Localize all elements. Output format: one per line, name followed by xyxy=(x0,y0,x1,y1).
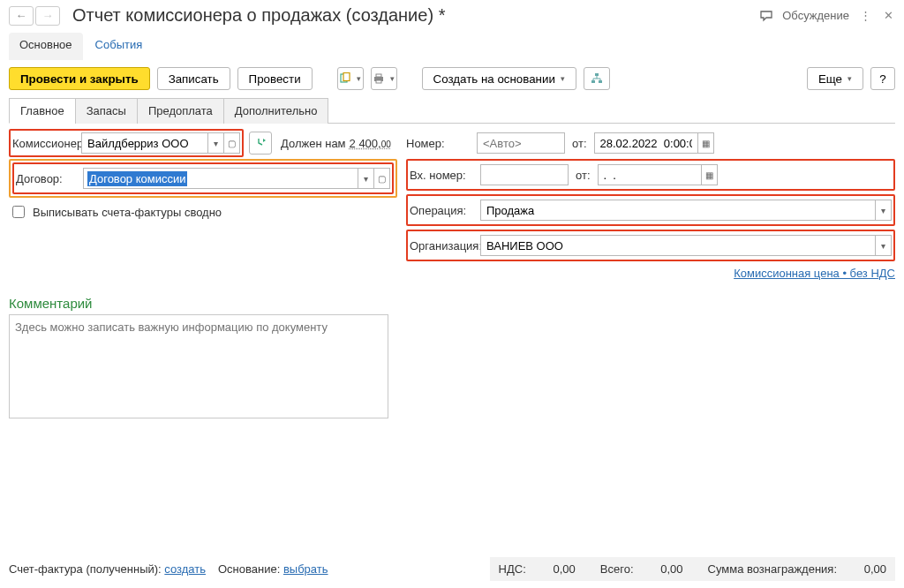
price-type-link[interactable]: Комиссионная цена • без НДС xyxy=(734,267,895,280)
total-label: Всего: xyxy=(600,562,634,576)
in-number-label: Вх. номер: xyxy=(410,169,480,182)
commissioner-open-button[interactable]: ▢ xyxy=(224,132,240,154)
invoice-create-link[interactable]: создать xyxy=(164,562,206,576)
chevron-down-icon: ▾ xyxy=(881,206,885,215)
svg-rect-5 xyxy=(595,73,599,76)
operation-dropdown-button[interactable]: ▾ xyxy=(876,200,892,221)
bulk-invoice-checkbox[interactable] xyxy=(12,206,25,218)
debt-frac[interactable]: 00 xyxy=(381,139,391,149)
contract-value: Договор комиссии xyxy=(87,171,187,186)
from-label: от: xyxy=(572,137,587,150)
number-input[interactable] xyxy=(477,132,565,154)
print-dropdown-button[interactable]: ▾ xyxy=(371,67,397,90)
arrow-left-icon: ← xyxy=(16,9,27,22)
more-label: Еще xyxy=(818,72,842,86)
discuss-link[interactable]: Обсуждение xyxy=(782,9,849,22)
help-button[interactable]: ? xyxy=(870,67,895,90)
open-icon: ▢ xyxy=(378,174,386,184)
nav-back-button[interactable]: ← xyxy=(9,6,34,26)
operation-value[interactable] xyxy=(485,203,871,218)
create-based-button[interactable]: Создать на основании ▾ xyxy=(422,67,576,90)
print-icon xyxy=(373,72,385,85)
chevron-down-icon: ▾ xyxy=(357,74,361,83)
nds-value: 0,00 xyxy=(526,562,576,576)
debt-label: Должен нам xyxy=(281,137,346,150)
svg-rect-1 xyxy=(343,73,350,81)
section-tab-events[interactable]: События xyxy=(85,33,154,60)
commissioner-input[interactable] xyxy=(81,132,208,154)
refresh-icon xyxy=(254,137,267,149)
in-number-value[interactable] xyxy=(485,168,564,183)
structure-button[interactable] xyxy=(584,67,610,90)
debt-value[interactable]: 2 400, xyxy=(350,137,381,150)
page-title: Отчет комиссионера о продажах (создание)… xyxy=(72,5,759,26)
contract-label: Договор: xyxy=(16,172,83,185)
org-select[interactable] xyxy=(480,235,876,256)
commissioner-value[interactable] xyxy=(86,136,204,151)
nds-label: НДС: xyxy=(499,562,526,576)
bulk-invoice-label: Выписывать счета-фактуры сводно xyxy=(33,206,222,219)
comment-header: Комментарий xyxy=(9,296,895,311)
refresh-debt-button[interactable] xyxy=(249,132,272,155)
in-from-label: от: xyxy=(576,169,591,182)
kebab-icon[interactable]: ⋮ xyxy=(858,9,872,23)
structure-icon xyxy=(591,72,603,85)
post-and-close-button[interactable]: Провести и закрыть xyxy=(9,67,150,90)
in-number-input[interactable] xyxy=(480,164,569,185)
commissioner-label: Комиссионер: xyxy=(12,137,81,150)
chevron-down-icon: ▾ xyxy=(561,74,565,83)
calendar-icon: ▦ xyxy=(705,170,713,180)
tab-extra[interactable]: Дополнительно xyxy=(223,98,329,124)
number-label: Номер: xyxy=(406,137,477,150)
date-picker-button[interactable]: ▦ xyxy=(698,132,714,154)
basis-select-link[interactable]: выбрать xyxy=(283,562,328,576)
more-button[interactable]: Еще ▾ xyxy=(807,67,863,90)
date-input[interactable] xyxy=(594,132,698,154)
chevron-down-icon: ▾ xyxy=(364,174,368,184)
fee-label: Сумма вознаграждения: xyxy=(708,562,837,576)
discuss-icon[interactable] xyxy=(759,9,773,23)
tab-main[interactable]: Главное xyxy=(9,98,76,124)
chevron-down-icon: ▾ xyxy=(390,74,395,83)
contract-dropdown-button[interactable]: ▾ xyxy=(358,168,374,189)
chevron-down-icon: ▾ xyxy=(848,74,852,83)
contract-input[interactable]: Договор комиссии xyxy=(83,168,358,189)
org-label: Организация: xyxy=(410,239,480,253)
comment-textarea[interactable] xyxy=(9,314,388,418)
org-value[interactable] xyxy=(485,238,871,253)
commissioner-dropdown-button[interactable]: ▾ xyxy=(208,132,224,154)
create-based-label: Создать на основании xyxy=(433,72,555,86)
org-dropdown-button[interactable]: ▾ xyxy=(876,235,892,256)
arrow-right-icon: → xyxy=(42,9,54,22)
post-button[interactable]: Провести xyxy=(237,67,313,90)
totals-bar: НДС:0,00 Всего:0,00 Сумма вознаграждения… xyxy=(490,557,895,581)
chevron-down-icon: ▾ xyxy=(881,241,885,251)
invoice-label: Счет-фактура (полученный): xyxy=(9,562,162,576)
copy-icon xyxy=(339,72,351,85)
calendar-icon: ▦ xyxy=(702,139,710,148)
section-tab-main[interactable]: Основное xyxy=(9,33,83,60)
basis-label: Основание: xyxy=(218,562,280,576)
in-date-input[interactable] xyxy=(598,164,702,185)
total-value: 0,00 xyxy=(634,562,683,576)
save-button[interactable]: Записать xyxy=(157,67,230,90)
svg-rect-6 xyxy=(591,80,595,83)
contract-open-button[interactable]: ▢ xyxy=(374,168,390,189)
date-value[interactable] xyxy=(599,136,694,151)
tab-prepay[interactable]: Предоплата xyxy=(137,98,224,124)
nav-forward-button[interactable]: → xyxy=(35,6,60,26)
operation-select[interactable] xyxy=(480,200,876,221)
number-value[interactable] xyxy=(481,136,561,151)
svg-rect-3 xyxy=(376,74,381,77)
svg-rect-7 xyxy=(599,80,602,83)
fee-value: 0,00 xyxy=(837,562,886,576)
in-date-value[interactable] xyxy=(602,168,697,183)
svg-rect-4 xyxy=(376,80,381,83)
tab-stocks[interactable]: Запасы xyxy=(75,98,138,124)
chevron-down-icon: ▾ xyxy=(214,139,218,148)
operation-label: Операция: xyxy=(410,204,480,217)
in-date-picker-button[interactable]: ▦ xyxy=(702,164,718,185)
copy-dropdown-button[interactable]: ▾ xyxy=(337,67,364,90)
close-icon[interactable]: ✕ xyxy=(881,9,895,23)
open-icon: ▢ xyxy=(228,139,236,148)
